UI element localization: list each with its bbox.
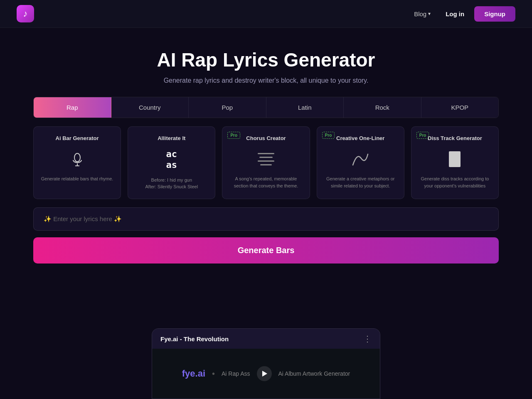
blog-button[interactable]: Blog ▾ <box>409 7 436 21</box>
card-title: Creative One-Liner <box>324 135 397 141</box>
video-card-header: Fye.ai - The Revolution ⋮ <box>152 329 380 349</box>
pro-badge: Pro <box>227 132 240 139</box>
pro-badge: Pro <box>322 132 335 139</box>
card-description: Before: I hid my gun After: Silently Snu… <box>135 177 208 190</box>
video-link1[interactable]: Ai Rap Ass <box>222 370 250 377</box>
video-section: Fye.ai - The Revolution ⋮ fye.ai • Ai Ra… <box>152 328 380 399</box>
mic-icon <box>40 149 114 170</box>
tool-card-alliterate-it[interactable]: Alliterate It acas Before: I hid my gun … <box>128 126 215 199</box>
logo-icon: ♪ <box>17 5 34 22</box>
card-title: Ai Bar Generator <box>40 135 114 141</box>
nav-right: Blog ▾ Log in Signup <box>409 6 515 22</box>
pro-badge: Pro <box>416 132 429 139</box>
curve-icon <box>324 149 397 170</box>
tab-rap[interactable]: Rap <box>34 97 111 118</box>
logo[interactable]: ♪ <box>17 5 34 22</box>
login-button[interactable]: Log in <box>439 7 471 21</box>
navbar: ♪ Blog ▾ Log in Signup <box>0 0 532 28</box>
tool-card-diss-track-generator[interactable]: Pro Diss Track Generator Generate diss t… <box>411 126 499 199</box>
tab-country[interactable]: Country <box>111 97 189 118</box>
tool-card-creative-one-liner[interactable]: Pro Creative One-Liner Generate a creati… <box>317 126 404 199</box>
tab-kpop[interactable]: KPOP <box>421 97 499 118</box>
video-title: Fye.ai - The Revolution <box>160 335 229 342</box>
video-more-button[interactable]: ⋮ <box>363 335 372 343</box>
page-title: AI Rap Lyrics Generator <box>8 49 524 71</box>
video-separator: • <box>212 369 215 379</box>
card-description: Generate diss tracks according to your o… <box>418 175 492 189</box>
hero-subtitle: Generate rap lyrics and destroy writer's… <box>8 77 524 84</box>
card-title: Alliterate It <box>135 135 208 141</box>
tool-card-ai-bar-generator[interactable]: Ai Bar Generator Generate relatable bars… <box>33 126 121 199</box>
video-play-button[interactable] <box>257 366 272 381</box>
lyrics-input-area[interactable]: ✨ Enter your lyrics here ✨ <box>33 207 499 231</box>
lyrics-placeholder: ✨ Enter your lyrics here ✨ <box>44 215 122 222</box>
tab-rock[interactable]: Rock <box>344 97 421 118</box>
genre-tabs: Rap Country Pop Latin Rock KPOP <box>33 97 499 118</box>
tab-pop[interactable]: Pop <box>189 97 266 118</box>
svg-point-0 <box>74 153 80 162</box>
video-card-body: fye.ai • Ai Rap Ass Ai Album Artwork Gen… <box>152 349 380 399</box>
card-description: A song's repeated, memorable section tha… <box>229 175 303 189</box>
video-card: Fye.ai - The Revolution ⋮ fye.ai • Ai Ra… <box>152 328 380 399</box>
tool-cards-container: Ai Bar Generator Generate relatable bars… <box>33 126 499 199</box>
main-content: Rap Country Pop Latin Rock KPOP Ai Bar G… <box>25 97 507 280</box>
acas-icon: acas <box>135 149 208 171</box>
hero-section: AI Rap Lyrics Generator Generate rap lyr… <box>0 28 532 97</box>
video-link2[interactable]: Ai Album Artwork Generator <box>278 370 350 377</box>
card-description: Generate relatable bars that rhyme. <box>40 175 114 182</box>
card-description: Generate a creative metaphors or simile … <box>324 175 397 189</box>
tool-card-chorus-creator[interactable]: Pro Chorus Creator A song's repeated, me… <box>222 126 310 199</box>
card-title: Diss Track Generator <box>418 135 492 141</box>
lines-icon <box>229 149 303 170</box>
signup-button[interactable]: Signup <box>474 6 515 22</box>
page-icon <box>418 149 492 170</box>
generate-bars-button[interactable]: Generate Bars <box>33 237 499 264</box>
video-brand: fye.ai <box>182 368 205 379</box>
tab-latin[interactable]: Latin <box>266 97 344 118</box>
